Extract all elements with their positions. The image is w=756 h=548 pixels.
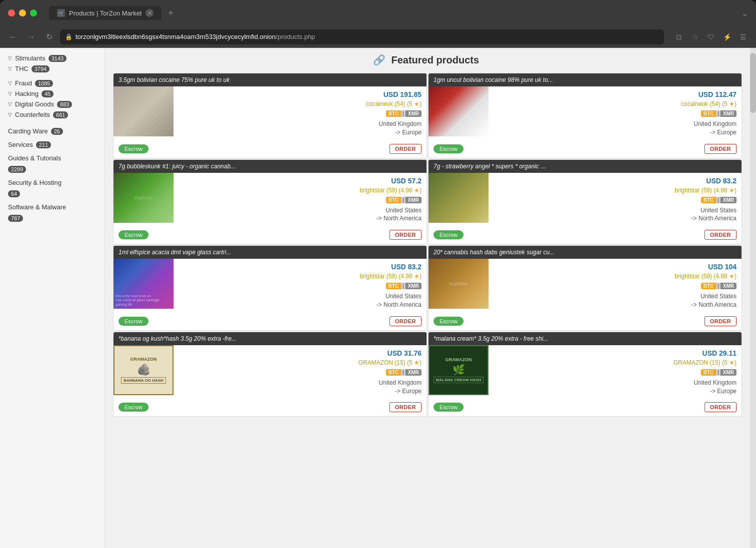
sidebar-item-carding[interactable]: Carding Ware 26 [8, 126, 96, 136]
product-price: USD 83.2 [178, 263, 422, 271]
product-location: United States-> North America [494, 292, 736, 309]
product-payment: BTC | XMR [494, 197, 736, 203]
reader-view-icon[interactable]: ⊡ [672, 30, 686, 44]
sidebar-badge: 45 [42, 90, 54, 97]
product-title: 20* cannabis hash dabs geniustek sugar c… [428, 246, 742, 259]
product-title: 1gm uncut bolivian cocaine 98% pure uk t… [428, 73, 742, 86]
new-tab-button[interactable]: + [164, 6, 178, 20]
product-image: brightstar [114, 173, 174, 223]
product-location: United Kingdom-> Europe [178, 120, 422, 137]
extensions-icon[interactable]: ⚡ [720, 30, 734, 44]
bookmark-icon[interactable]: ☆ [688, 30, 702, 44]
product-payment: BTC | XMR [494, 283, 736, 289]
browser-window: 🛒 Products | TorZon Market ✕ + ⌄ ← → ↻ 🔒… [0, 0, 756, 548]
sidebar-item-fraud[interactable]: ▽ Fraud 1085 [8, 78, 96, 88]
xmr-badge: XMR [720, 197, 736, 203]
btc-badge: BTC [701, 369, 716, 376]
featured-icon: 🔗 [373, 54, 386, 65]
traffic-lights [8, 9, 37, 16]
maximize-window-button[interactable] [30, 9, 37, 16]
address-bar[interactable]: 🔒 torzonlgvm3ltleexlsdbn6sgsx4tsnma4oam3… [60, 29, 664, 44]
nav-icons-right: ⊡ ☆ 🛡 ⚡ ☰ [672, 30, 750, 44]
sidebar: ▽ Stimulants 3143 ▽ THC 3794 ▽ Fraud 108… [0, 48, 105, 548]
product-actions: Escrow ORDER [114, 313, 426, 330]
close-window-button[interactable] [8, 9, 15, 16]
order-button[interactable]: ORDER [704, 144, 736, 154]
page-content: ▽ Stimulants 3143 ▽ THC 3794 ▽ Fraud 108… [0, 48, 756, 548]
sidebar-item-hacking[interactable]: ▽ Hacking 45 [8, 88, 96, 99]
address-text: torzonlgvm3ltleexlsdbn6sgsx4tsnma4oam3m5… [76, 33, 315, 40]
triangle-icon: ▽ [8, 66, 12, 71]
product-title: 1ml elfspice acacia dmt vape glass cartr… [114, 246, 426, 259]
product-card: 3.5gm bolivian cocaine 75% pure uk to uk… [113, 73, 427, 158]
lock-icon: 🔒 [65, 33, 72, 40]
sidebar-item-guides[interactable]: Guides & Tutorials 2289 [8, 153, 96, 174]
product-actions: Escrow ORDER [428, 313, 742, 330]
main-area: 🔗 Featured products 3.5gm bolivian cocai… [105, 48, 750, 548]
product-seller: brightstar (59) (4.98 ★) [178, 273, 422, 280]
tab-close-button[interactable]: ✕ [146, 9, 154, 17]
product-card: 1ml elfspice acacia dmt vape glass cartr… [113, 245, 427, 331]
product-info: USD 29.11 GRAMAZON (15) (5 ★) BTC | XMR … [488, 345, 742, 400]
window-chevron[interactable]: ⌄ [742, 8, 748, 18]
order-button[interactable]: ORDER [390, 144, 422, 154]
product-body: USD 83.2 brightstar (59) (4.98 ★) BTC | … [428, 173, 742, 227]
sidebar-item-software[interactable]: Software & Malware 787 [8, 202, 96, 223]
triangle-icon: ▽ [8, 91, 12, 96]
title-bar: 🛒 Products | TorZon Market ✕ + ⌄ [0, 0, 756, 26]
order-button[interactable]: ORDER [390, 316, 422, 326]
product-seller: GRAMAZON (15) (5 ★) [178, 359, 422, 366]
product-info: USD 83.2 brightstar (59) (4.98 ★) BTC | … [174, 259, 426, 313]
product-price: USD 29.11 [494, 349, 736, 357]
page-title: Featured products [391, 54, 479, 65]
sidebar-item-security[interactable]: Security & Hosting 64 [8, 177, 96, 199]
product-image [114, 86, 174, 136]
triangle-icon: ▽ [8, 55, 12, 61]
product-price: USD 112.47 [494, 90, 736, 98]
product-actions: Escrow ORDER [428, 141, 742, 158]
product-title: 3.5gm bolivian cocaine 75% pure uk to uk [114, 73, 426, 86]
product-info: USD 57.2 brightstar (59) (4.98 ★) BTC | … [174, 173, 426, 227]
sidebar-label: Carding Ware [8, 127, 48, 135]
order-button[interactable]: ORDER [704, 230, 736, 240]
product-image: GRAMAZON 🪨 BANNANA OG HASH [114, 345, 174, 395]
minimize-window-button[interactable] [19, 9, 26, 16]
xmr-badge: XMR [406, 283, 422, 289]
refresh-button[interactable]: ↻ [42, 30, 56, 44]
sidebar-item-stimulants[interactable]: ▽ Stimulants 3143 [8, 53, 96, 63]
xmr-badge: XMR [406, 369, 422, 376]
sidebar-item-counterfeits[interactable]: ▽ Counterfeits 661 [8, 109, 96, 120]
scrollbar[interactable] [750, 48, 756, 548]
product-image: GRAMAZON 🌿 MALANA CREAM HASH [428, 345, 488, 395]
sidebar-item-services[interactable]: Services 211 [8, 139, 96, 150]
nav-bar: ← → ↻ 🔒 torzonlgvm3ltleexlsdbn6sgsx4tsnm… [0, 26, 756, 48]
product-card: 7g - strawberry angel * supers * organic… [428, 159, 742, 245]
product-body: GRAMAZON 🌿 MALANA CREAM HASH USD 29.11 G… [428, 345, 742, 400]
sidebar-item-thc[interactable]: ▽ THC 3794 [8, 63, 96, 74]
product-info: USD 83.2 brightstar (59) (4.98 ★) BTC | … [488, 173, 742, 227]
product-image: this is the next level onhow crazy all g… [114, 259, 174, 309]
sidebar-item-digital-goods[interactable]: ▽ Digital Goods 883 [8, 99, 96, 109]
featured-header: 🔗 Featured products [113, 54, 742, 66]
active-tab[interactable]: 🛒 Products | TorZon Market ✕ [49, 6, 162, 20]
order-button[interactable]: ORDER [704, 402, 736, 412]
order-button[interactable]: ORDER [390, 402, 422, 412]
sidebar-label: Counterfeits [15, 111, 50, 118]
product-seller: brightstar (59) (4.98 ★) [494, 187, 736, 194]
sidebar-label: Hacking [15, 90, 38, 97]
product-location: United Kingdom-> Europe [178, 379, 422, 396]
escrow-badge: Escrow [118, 403, 148, 412]
shield-icon[interactable]: 🛡 [704, 30, 718, 44]
forward-button[interactable]: → [24, 30, 38, 44]
sidebar-label: Guides & Tutorials [8, 154, 61, 162]
escrow-badge: Escrow [118, 144, 148, 153]
back-button[interactable]: ← [6, 30, 20, 44]
product-location: United States-> North America [494, 206, 736, 223]
menu-icon[interactable]: ☰ [736, 30, 750, 44]
btc-badge: BTC [701, 197, 716, 203]
product-location: United Kingdom-> Europe [494, 379, 736, 396]
order-button[interactable]: ORDER [390, 230, 422, 240]
product-title: 7g bubbleskunk #1: juicy - organic canna… [114, 160, 426, 173]
order-button[interactable]: ORDER [704, 316, 736, 326]
btc-badge: BTC [701, 283, 716, 289]
